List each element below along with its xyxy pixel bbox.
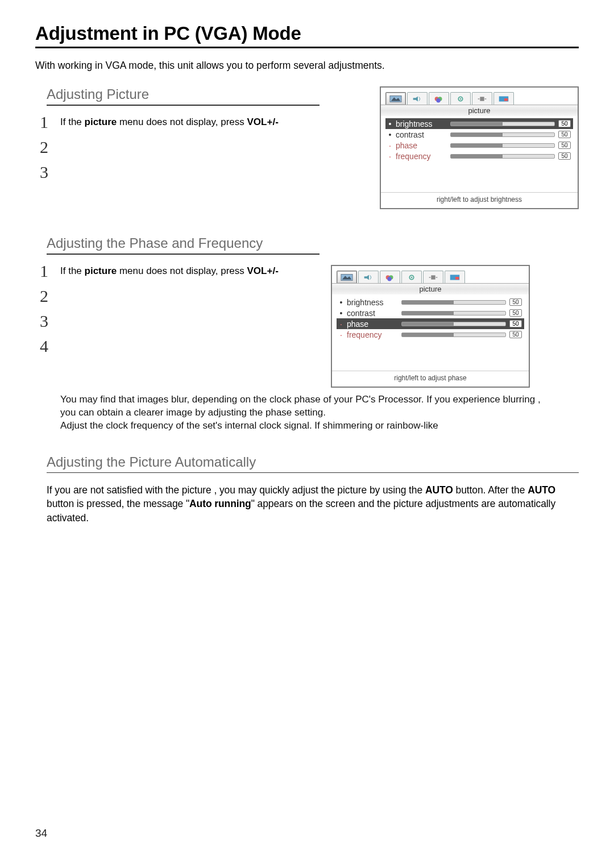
value-box: 50 [558, 152, 571, 160]
section2-heading: Adjusting the Phase and Frequency [47, 235, 579, 251]
step1-bold1: picture [85, 265, 117, 276]
osd-tabname: picture [332, 283, 529, 294]
tab-picture-icon[interactable] [337, 271, 357, 283]
slider-bar[interactable] [401, 300, 506, 305]
svg-point-16 [387, 277, 391, 281]
slider-bar[interactable] [401, 311, 506, 315]
step-number: 3 [40, 163, 48, 182]
tab-geometry-icon[interactable] [472, 92, 492, 105]
slider-bar[interactable] [450, 122, 555, 126]
auto-b3: Auto running [189, 498, 251, 509]
step-2: 2 [35, 290, 314, 309]
osd-row-contrast[interactable]: • contrast 50 [385, 129, 573, 140]
step1-bold1: picture [85, 117, 117, 127]
step-number: 2 [40, 286, 48, 306]
bullet-icon: · [339, 330, 343, 339]
tab-geometry-icon[interactable] [423, 271, 443, 283]
osd-tabname: picture [381, 105, 578, 116]
note-line-3: Adjust the clock frequency of the set's … [60, 420, 438, 431]
value-box: 50 [558, 120, 571, 127]
bullet-icon: · [339, 319, 343, 329]
svg-rect-21 [455, 277, 459, 280]
step1-mid: menu does not display, press [117, 117, 247, 127]
auto-mid: button. After the [453, 484, 528, 496]
svg-marker-2 [413, 96, 418, 101]
tab-pip-icon[interactable] [445, 271, 465, 283]
row-label: brightness [396, 119, 447, 128]
row-label: frequency [347, 330, 398, 339]
page-title: Adjustment in PC (VGA) Mode [35, 23, 579, 44]
value-box: 50 [558, 131, 571, 138]
osd-row-phase[interactable]: · phase 50 [385, 140, 573, 151]
auto-pre: If you are not satisfied with the pictur… [47, 484, 425, 496]
osd-rows: • brightness 50 • contrast 50 · phase 50 [381, 116, 578, 192]
bullet-icon: • [388, 119, 392, 128]
svg-point-7 [460, 98, 462, 99]
tab-picture-icon[interactable] [385, 92, 406, 105]
step-1: 1 If the picture menu does not display, … [35, 116, 314, 135]
svg-point-5 [436, 98, 440, 102]
step-3: 3 [35, 315, 314, 334]
osd-rows: • brightness 50 • contrast 50 · phase 50 [332, 294, 529, 371]
tab-sound-icon[interactable] [407, 92, 428, 105]
value-box: 50 [509, 298, 522, 306]
svg-rect-8 [480, 97, 484, 101]
row-label: phase [347, 319, 398, 329]
svg-rect-19 [431, 275, 435, 279]
section1-rule [47, 105, 320, 106]
slider-bar[interactable] [450, 154, 555, 159]
bullet-icon: · [388, 152, 392, 161]
section2-rule [47, 254, 320, 255]
bullet-icon: • [388, 130, 392, 139]
bullet-icon: • [339, 309, 343, 318]
note-paragraph: You may find that images blur, depending… [60, 393, 579, 433]
step-4: 4 [35, 340, 314, 359]
tab-color-icon[interactable] [380, 271, 400, 283]
step1-bold2: VOL+/- [247, 117, 279, 127]
step-number: 1 [40, 113, 48, 132]
note-line-1: You may find that images blur, depending… [60, 394, 541, 405]
osd-row-frequency[interactable]: · frequency 50 [385, 151, 573, 161]
value-box: 50 [509, 331, 522, 338]
slider-bar[interactable] [450, 143, 555, 148]
step-number: 4 [40, 337, 48, 356]
section-adjusting-picture: Adjusting Picture 1 If the picture menu … [35, 86, 579, 209]
auto-b1: AUTO [425, 484, 453, 496]
step-2: 2 [35, 141, 314, 160]
svg-rect-10 [504, 98, 508, 101]
osd-row-brightness[interactable]: • brightness 50 [385, 118, 573, 129]
tab-color-icon[interactable] [429, 92, 449, 105]
bullet-icon: • [339, 298, 343, 307]
section1-heading: Adjusting Picture [47, 86, 363, 102]
row-label: contrast [396, 130, 447, 139]
osd-hint: right/left to adjust phase [332, 371, 529, 387]
value-box: 50 [509, 309, 522, 317]
slider-bar[interactable] [401, 322, 506, 326]
auto-mid2: button is pressed, the message " [47, 498, 189, 509]
value-box: 50 [558, 142, 571, 149]
tab-pip-icon[interactable] [493, 92, 514, 105]
step1-pre: If the [60, 265, 85, 276]
page-number: 34 [35, 827, 47, 840]
osd-row-brightness[interactable]: • brightness 50 [337, 297, 524, 308]
slider-bar[interactable] [450, 132, 555, 137]
section-auto: Adjusting the Picture Automatically If y… [35, 454, 579, 525]
tab-settings-icon[interactable] [401, 271, 422, 283]
osd-row-phase[interactable]: · phase 50 [337, 318, 524, 329]
step1-pre: If the [60, 117, 85, 127]
row-label: phase [396, 141, 447, 150]
step-number: 2 [40, 138, 48, 157]
slider-bar[interactable] [401, 333, 506, 337]
osd-tabbar [381, 88, 578, 105]
section3-rule [47, 472, 579, 473]
section-phase-frequency: Adjusting the Phase and Frequency 1 If t… [35, 235, 579, 433]
osd-panel-2: picture • brightness 50 • contrast 50 · … [331, 265, 530, 388]
note-line-2: you can obtain a clearer image by adjust… [60, 407, 326, 418]
osd-row-contrast[interactable]: • contrast 50 [337, 308, 524, 318]
auto-b2: AUTO [528, 484, 555, 496]
row-label: frequency [396, 152, 447, 161]
tab-sound-icon[interactable] [358, 271, 379, 283]
intro-text: With working in VGA mode, this unit allo… [35, 60, 579, 72]
osd-row-frequency[interactable]: · frequency 50 [337, 329, 524, 340]
tab-settings-icon[interactable] [450, 92, 471, 105]
